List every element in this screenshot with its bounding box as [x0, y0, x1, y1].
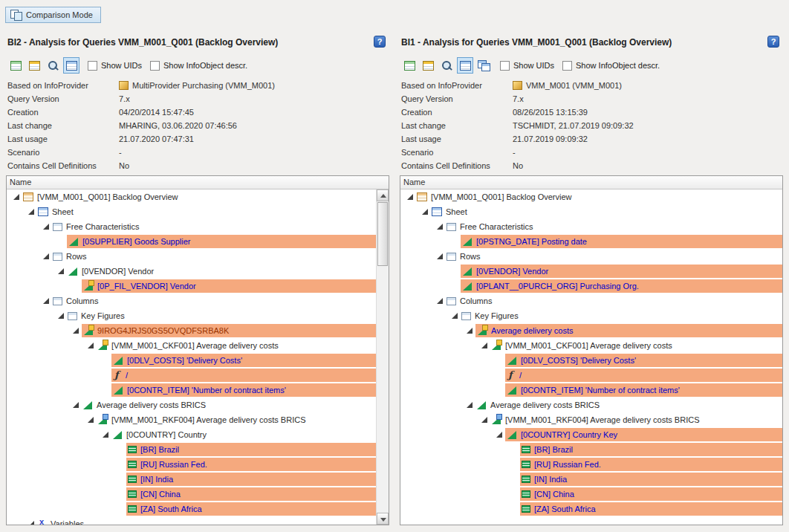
- tree-row[interactable]: [ZA] South Africa: [400, 502, 782, 516]
- layout-grid-button[interactable]: [63, 57, 79, 74]
- tree-row[interactable]: [0VENDOR] Vendor: [400, 264, 782, 279]
- tree-row[interactable]: [ZA] South Africa: [7, 502, 376, 516]
- expand-arrow[interactable]: [85, 341, 97, 350]
- tree-row[interactable]: Sheet: [7, 204, 376, 219]
- expand-arrow[interactable]: [56, 267, 67, 276]
- property-value: 7.x: [513, 94, 524, 103]
- tree-row-label: Key Figures: [81, 311, 129, 320]
- checkbox-show-infoobject-descr[interactable]: Show InfoObject descr.: [150, 61, 247, 71]
- arrow-spacer: [115, 490, 126, 499]
- tree-row[interactable]: [VMM_M001_RKF004] Average delivery costs…: [7, 412, 376, 427]
- tree-row[interactable]: [0VENDOR] Vendor: [7, 264, 376, 279]
- tree-row[interactable]: [0CONTR_ITEM] 'Number of contract items': [400, 383, 782, 398]
- tree-row[interactable]: Average delivery costs: [400, 323, 782, 338]
- expand-arrow[interactable]: [464, 400, 475, 409]
- tree-row[interactable]: [CN] China: [7, 487, 376, 502]
- expand-arrow[interactable]: [449, 311, 461, 320]
- tree-row[interactable]: Rows: [400, 249, 782, 264]
- compare-layout-button[interactable]: [475, 57, 492, 74]
- expand-arrow[interactable]: [479, 415, 490, 424]
- tree-row[interactable]: Rows: [7, 249, 376, 264]
- tree-row[interactable]: Key Figures: [400, 308, 782, 323]
- expand-arrow[interactable]: [435, 252, 446, 261]
- tree-row[interactable]: [0DLV_COSTS] 'Delivery Costs': [7, 353, 376, 368]
- tree-row[interactable]: Columns: [400, 293, 782, 308]
- expand-arrow[interactable]: [420, 207, 431, 216]
- layout-grid-button[interactable]: [457, 57, 473, 74]
- checkbox-show-uids[interactable]: Show UIDs: [88, 61, 142, 71]
- tree-row[interactable]: [CN] China: [400, 487, 782, 502]
- help-button[interactable]: ?: [374, 36, 386, 48]
- expand-arrow[interactable]: [100, 430, 111, 439]
- tree-row[interactable]: Sheet: [400, 204, 782, 219]
- scroll-up-button[interactable]: [377, 189, 389, 201]
- expand-arrow[interactable]: [494, 430, 505, 439]
- indent: [400, 494, 509, 495]
- checkbox-box[interactable]: [88, 61, 97, 71]
- expand-arrow[interactable]: [435, 222, 446, 231]
- tree-row[interactable]: [VMM_M001_Q001] Backlog Overview: [7, 189, 376, 204]
- scroll-thumb[interactable]: [377, 202, 388, 266]
- tree-row[interactable]: [0DLV_COSTS] 'Delivery Costs': [400, 353, 782, 368]
- tree-row[interactable]: [0P_FIL_VENDOR] Vendor: [7, 279, 376, 293]
- expand-arrow[interactable]: [41, 222, 52, 231]
- expand-arrow[interactable]: [435, 296, 446, 305]
- checkbox-show-uids[interactable]: Show UIDs: [500, 61, 554, 71]
- tree-scrollbar[interactable]: [376, 189, 389, 525]
- tree-row[interactable]: Variables: [7, 516, 376, 525]
- tree-row-content: [IN] India: [126, 473, 376, 486]
- tree-row[interactable]: [IN] India: [400, 472, 782, 487]
- checkbox-box[interactable]: [150, 61, 160, 71]
- scroll-down-button[interactable]: [377, 513, 389, 525]
- tree-row[interactable]: 9IROG4JRJS0GS5OVQDFSRBA8K: [7, 323, 376, 338]
- expand-arrow[interactable]: [85, 415, 97, 424]
- tree-row[interactable]: [RU] Russian Fed.: [400, 457, 782, 472]
- tree-row[interactable]: /: [7, 368, 376, 383]
- tree-row[interactable]: [0PLANT__0PURCH_ORG] Purchasing Org.: [400, 279, 782, 293]
- checkbox-show-infoobject-descr[interactable]: Show InfoObject descr.: [562, 61, 660, 71]
- tree-row[interactable]: [VMM_M001_Q001] Backlog Overview: [400, 189, 782, 204]
- tree-row[interactable]: [0COUNTRY] Country Key: [400, 427, 782, 442]
- tree-row[interactable]: [0PSTNG_DATE] Posting date: [400, 234, 782, 249]
- tree-row[interactable]: Key Figures: [7, 308, 376, 323]
- tree-row[interactable]: [BR] Brazil: [400, 442, 782, 457]
- tree-row[interactable]: [RU] Russian Fed.: [7, 457, 376, 472]
- keyfigure-icon: [507, 356, 517, 365]
- tree-row[interactable]: [0CONTR_ITEM] 'Number of contract items': [7, 383, 376, 398]
- expand-arrow[interactable]: [26, 519, 37, 525]
- tree-row[interactable]: Average delivery costs BRICS: [400, 398, 782, 412]
- transport-button[interactable]: [420, 57, 436, 74]
- expand-arrow[interactable]: [71, 326, 82, 335]
- checkbox-box[interactable]: [500, 61, 510, 71]
- tree-row[interactable]: [0SUPPLIER] Goods Supplier: [7, 234, 376, 249]
- tree-row[interactable]: [VMM_M001_RKF004] Average delivery costs…: [400, 412, 782, 427]
- help-button[interactable]: ?: [767, 36, 779, 48]
- generate-button[interactable]: [7, 57, 24, 74]
- tree-row[interactable]: [BR] Brazil: [7, 442, 376, 457]
- zoom-button[interactable]: [45, 57, 61, 74]
- expand-arrow[interactable]: [26, 207, 37, 216]
- tree-row[interactable]: [0COUNTRY] Country: [7, 427, 376, 442]
- expand-arrow[interactable]: [479, 341, 490, 350]
- property-value: TSCHMIDT, 21.07.2019 09:09:32: [513, 121, 634, 130]
- tree-row[interactable]: [VMM_M001_CKF001] Average delivery costs: [7, 338, 376, 353]
- tree-row[interactable]: Free Characteristics: [7, 219, 376, 234]
- tree-row[interactable]: [VMM_M001_CKF001] Average delivery costs: [400, 338, 782, 353]
- tree-row[interactable]: Columns: [7, 293, 376, 308]
- expand-arrow[interactable]: [41, 252, 52, 261]
- generate-button[interactable]: [401, 57, 418, 74]
- tree-row[interactable]: Free Characteristics: [400, 219, 782, 234]
- expand-arrow[interactable]: [405, 192, 416, 201]
- tree-row[interactable]: Average delivery costs BRICS: [7, 398, 376, 412]
- checkbox-box[interactable]: [562, 61, 572, 71]
- expand-arrow[interactable]: [41, 296, 52, 305]
- zoom-button[interactable]: [438, 57, 455, 74]
- expand-arrow[interactable]: [464, 326, 475, 335]
- tree-row[interactable]: [IN] India: [7, 472, 376, 487]
- comparison-mode-button[interactable]: Comparison Mode: [5, 7, 101, 23]
- tree-row[interactable]: /: [400, 368, 782, 383]
- expand-arrow[interactable]: [71, 400, 82, 409]
- transport-button[interactable]: [26, 57, 42, 74]
- expand-arrow[interactable]: [11, 192, 22, 201]
- expand-arrow[interactable]: [56, 311, 67, 320]
